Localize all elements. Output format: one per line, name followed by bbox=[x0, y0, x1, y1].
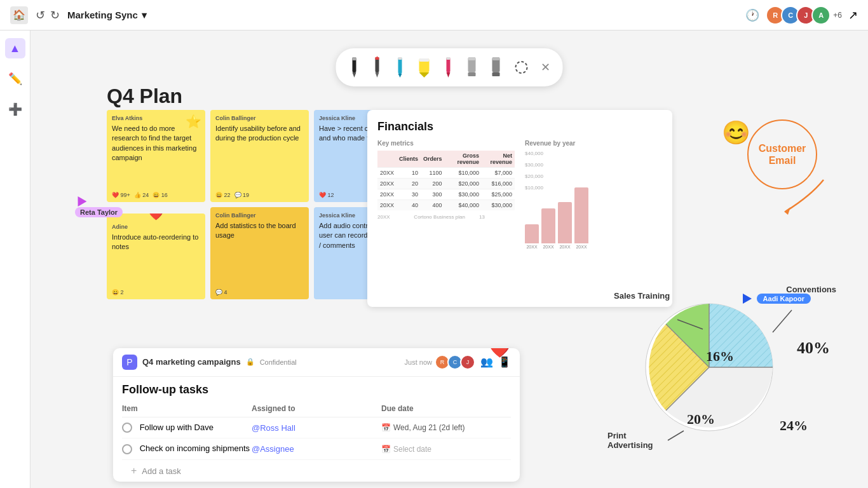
avatar-count: +6 bbox=[833, 11, 842, 20]
calendar-icon: 📅 bbox=[381, 445, 391, 454]
svg-rect-9 bbox=[398, 57, 402, 60]
pie-pct-other: 24% bbox=[780, 417, 808, 434]
topbar: 🏠 ↺ ↻ Marketing Sync ▾ 🕐 R C J A +6 ↗ bbox=[0, 0, 868, 30]
tasks-header: P Q4 marketing campaigns 🔒 Confidential … bbox=[113, 348, 520, 377]
share-icon[interactable]: ↗ bbox=[848, 8, 858, 22]
fin-col-orders: Orders bbox=[421, 151, 445, 168]
bar-label: 20XX bbox=[526, 245, 537, 249]
financials-title: Financials bbox=[377, 120, 662, 133]
clock-icon[interactable]: 🕐 bbox=[745, 8, 759, 22]
customer-email-section: 😊 Customer Email bbox=[747, 119, 817, 189]
heart-icon: ❤️ bbox=[489, 348, 511, 359]
svg-rect-2 bbox=[353, 57, 356, 60]
nav-buttons: ↺ ↻ bbox=[36, 8, 60, 22]
bar-col: 20XX bbox=[541, 208, 555, 249]
sidebar: ▲ ✏️ ➕ bbox=[0, 30, 31, 488]
fin-col-year bbox=[377, 151, 397, 168]
q4-plan-title: Q4 Plan bbox=[107, 85, 182, 108]
pen-tool[interactable]: ✏️ bbox=[5, 69, 25, 89]
pie-label-conventions: Conventions bbox=[786, 285, 836, 294]
heart-decoration: ❤️ bbox=[148, 214, 164, 221]
undo-button[interactable]: ↺ bbox=[36, 8, 45, 22]
bar-label: 20XX bbox=[559, 245, 570, 249]
marker-gray1[interactable] bbox=[463, 53, 481, 81]
task-checkbox[interactable] bbox=[122, 444, 132, 454]
task-date-select[interactable]: 📅 Select date bbox=[381, 445, 511, 454]
bar bbox=[541, 208, 555, 243]
doc-privacy: 🔒 bbox=[246, 358, 255, 366]
add-task-button[interactable]: + Add a task bbox=[122, 460, 511, 482]
table-row: 20XX101100$10,000$7,000 bbox=[377, 168, 515, 179]
col-assignee: Assigned to bbox=[252, 404, 381, 413]
close-toolbar-button[interactable]: ✕ bbox=[538, 58, 553, 77]
sticky-notes-grid: Elva Atkins We need to do more research … bbox=[107, 110, 412, 299]
cursor-label: Reta Taylor bbox=[75, 207, 123, 217]
task-checkbox[interactable] bbox=[122, 423, 132, 433]
tasks-card-title: Follow-up tasks bbox=[113, 377, 520, 400]
fin-chart-yaxis: $40,000 $30,000 $20,000 $10,000 bbox=[525, 151, 662, 191]
fin-table: Clients Orders Gross revenue Net revenue… bbox=[377, 151, 515, 210]
tasks-logo: P bbox=[122, 355, 137, 370]
sticky-note-1[interactable]: Elva Atkins We need to do more research … bbox=[107, 110, 205, 202]
task-assignee[interactable]: @Ross Hall bbox=[252, 423, 381, 433]
pie-chart-section: Sales Training Conventions PrintAdvertis… bbox=[576, 278, 843, 469]
sticky-note-5[interactable]: Colin Ballinger Add statistics to the bo… bbox=[210, 207, 309, 299]
col-duedate: Due date bbox=[381, 404, 511, 413]
pen-toolbar: ✕ bbox=[336, 48, 563, 86]
sticky-author: Adine bbox=[112, 224, 200, 230]
table-row: 20XX30300$30,000$25,000 bbox=[377, 189, 515, 200]
fin-col-clients: Clients bbox=[397, 151, 421, 168]
fin-chart-section: Revenue by year $40,000 $30,000 $20,000 … bbox=[525, 140, 662, 249]
home-button[interactable]: 🏠 bbox=[10, 6, 28, 24]
dropdown-icon: ▾ bbox=[142, 10, 147, 21]
timestamp: Just now bbox=[405, 358, 432, 366]
topbar-right: 🕐 R C J A +6 ↗ bbox=[745, 6, 858, 25]
sticky-reactions: 💬 4 bbox=[215, 289, 227, 295]
sticky-author: Colin Ballinger bbox=[215, 115, 304, 121]
privacy-label: Confidential bbox=[260, 358, 297, 366]
fin-footer: 20XX Cortono Business plan 13 bbox=[377, 214, 515, 220]
calendar-icon: 📅 bbox=[381, 423, 391, 432]
redo-button[interactable]: ↻ bbox=[50, 8, 60, 22]
doc-name: Q4 marketing campaigns bbox=[142, 357, 241, 367]
sticky-text: We need to do more research to find the … bbox=[112, 124, 200, 163]
add-tool[interactable]: ➕ bbox=[5, 99, 25, 119]
pen-cyan[interactable] bbox=[392, 53, 409, 81]
cursor-arrow-icon bbox=[74, 194, 87, 207]
sticky-note-2[interactable]: Colin Ballinger Identify usability befor… bbox=[210, 110, 309, 202]
svg-rect-12 bbox=[419, 58, 430, 62]
arrow-decoration bbox=[773, 177, 836, 215]
doc-title[interactable]: Marketing Sync ▾ bbox=[67, 10, 147, 21]
emoji-icon: 😊 bbox=[722, 119, 750, 146]
bar-label: 20XX bbox=[543, 245, 553, 249]
bar bbox=[525, 224, 539, 243]
canvas: ✕ Q4 Plan Elva Atkins We need to do more… bbox=[31, 30, 868, 488]
bar-col: 20XX bbox=[525, 224, 539, 249]
pen-arrow-up[interactable] bbox=[369, 53, 386, 81]
sticky-text: Add statistics to the board usage bbox=[215, 221, 304, 241]
select-tool[interactable]: ▲ bbox=[5, 38, 25, 58]
financials-card: Financials Key metrics Clients Orders Gr… bbox=[367, 110, 672, 307]
svg-point-22 bbox=[516, 62, 527, 73]
sticky-text: Introduce auto-reordering to notes bbox=[112, 233, 200, 252]
task-item: Follow up with Dave bbox=[122, 423, 252, 433]
svg-marker-4 bbox=[376, 72, 379, 78]
pen-black[interactable] bbox=[346, 53, 363, 81]
highlighter-yellow[interactable] bbox=[415, 55, 434, 80]
pie-pct-conventions: 40% bbox=[797, 339, 830, 358]
task-assignee[interactable]: @Assignee bbox=[252, 444, 381, 454]
sticky-reactions: 😀 2 bbox=[112, 289, 124, 295]
tasks-card: ❤️ P Q4 marketing campaigns 🔒 Confidenti… bbox=[113, 348, 520, 482]
avatar: J bbox=[460, 355, 475, 370]
lasso-tool[interactable] bbox=[512, 57, 532, 78]
marker-gray2[interactable] bbox=[487, 53, 505, 81]
fin-table-section: Key metrics Clients Orders Gross revenue… bbox=[377, 140, 515, 249]
sticky-note-4[interactable]: ❤️ Adine Introduce auto-reordering to no… bbox=[107, 214, 205, 299]
table-row: 20XX40400$40,000$30,000 bbox=[377, 200, 515, 211]
fin-col-net: Net revenue bbox=[482, 151, 515, 168]
sticky-reactions: 😀 22💬 19 bbox=[215, 192, 249, 198]
pen-pink[interactable] bbox=[440, 53, 457, 81]
svg-marker-23 bbox=[784, 207, 790, 215]
svg-rect-17 bbox=[468, 72, 476, 76]
bar-col: 20XX bbox=[558, 202, 572, 249]
